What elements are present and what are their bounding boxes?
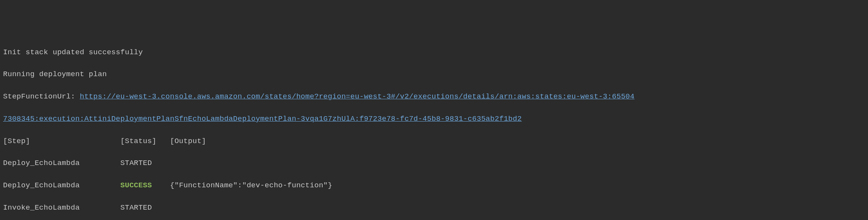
log-line: Init stack updated successfully <box>3 47 865 58</box>
table-row: Invoke_EchoLambda STARTED <box>3 202 865 213</box>
output-cell: {"FunctionName":"dev-echo-function"} <box>170 181 332 190</box>
step-function-url-link[interactable]: https://eu-west-3.console.aws.amazon.com… <box>80 92 634 101</box>
step-cell: Deploy_EchoLambda <box>3 181 120 190</box>
status-cell: STARTED <box>120 203 152 212</box>
status-cell: STARTED <box>120 159 152 167</box>
table-header: [Step] [Status] [Output] <box>3 136 865 147</box>
log-line: 7308345:execution:AttiniDeploymentPlanSf… <box>3 113 865 125</box>
step-function-url-link[interactable]: 7308345:execution:AttiniDeploymentPlanSf… <box>3 115 522 123</box>
step-cell: Invoke_EchoLambda <box>3 203 120 212</box>
log-line: StepFunctionUrl: https://eu-west-3.conso… <box>3 91 865 102</box>
step-cell: Deploy_EchoLambda <box>3 159 120 167</box>
table-row: Deploy_EchoLambda STARTED <box>3 158 865 169</box>
table-row: Deploy_EchoLambda SUCCESS {"FunctionName… <box>3 180 865 191</box>
url-label: StepFunctionUrl: <box>3 92 80 101</box>
status-cell: SUCCESS <box>120 181 152 190</box>
log-line: Running deployment plan <box>3 69 865 80</box>
